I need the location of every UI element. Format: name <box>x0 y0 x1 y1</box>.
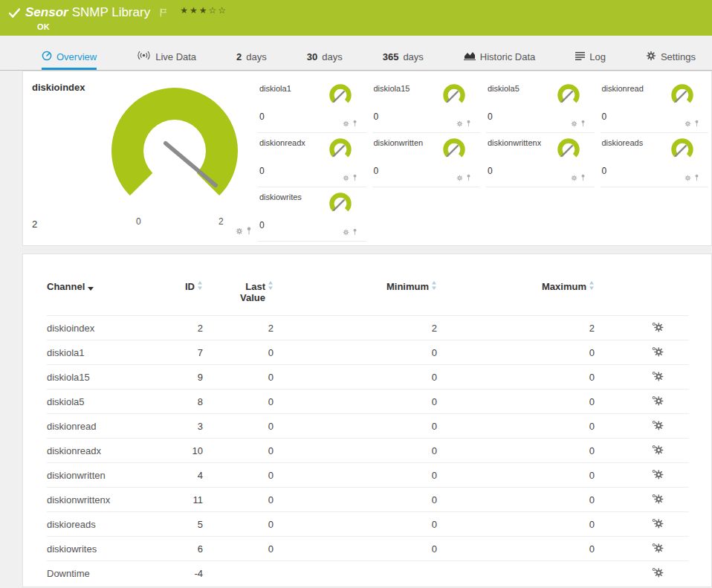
table-row[interactable]: diskioindex 2 2 2 2 <box>47 316 689 340</box>
tab-overview[interactable]: Overview <box>42 45 97 70</box>
gear-icon <box>646 51 656 63</box>
gauge-settings-gear-icon[interactable] <box>571 171 577 184</box>
table-row[interactable]: diskiola15 9 0 0 0 <box>47 365 689 390</box>
gauge-label: diskioindex <box>32 82 85 93</box>
table-row[interactable]: diskionreadx 10 0 0 0 <box>47 439 689 463</box>
channel-settings-gear-icon[interactable] <box>652 397 664 408</box>
small-gauge-cell[interactable]: diskiola15 0 <box>372 79 481 133</box>
tab-settings[interactable]: Settings <box>646 45 696 70</box>
gauge-settings-gear-icon[interactable] <box>343 117 349 130</box>
small-gauge-cell[interactable]: diskioreads 0 <box>601 133 709 187</box>
gauge-scale-min: 0 <box>136 216 141 227</box>
gauge-settings-gear-icon[interactable] <box>236 224 243 238</box>
channel-minimum: 0 <box>274 365 437 390</box>
channel-maximum: 0 <box>437 463 595 488</box>
channel-settings-gear-icon[interactable] <box>652 348 664 359</box>
gauge-pin-icon[interactable] <box>694 117 699 130</box>
small-gauge-cell[interactable]: diskionwrittenx 0 <box>486 133 595 187</box>
small-gauge-cell[interactable]: diskionread 0 <box>601 79 709 133</box>
gauge-pin-icon[interactable] <box>580 117 586 130</box>
channel-id: -4 <box>173 561 203 586</box>
table-row[interactable]: Downtime -4 <box>47 561 689 586</box>
gauge-settings-gear-icon[interactable] <box>343 225 349 239</box>
column-header-id[interactable]: ID <box>173 281 203 316</box>
gauge-settings-gear-icon[interactable] <box>343 171 349 184</box>
channel-name: diskiola1 <box>47 340 173 365</box>
gauge-settings-gear-icon[interactable] <box>685 171 691 184</box>
gauge-pin-icon[interactable] <box>580 171 586 184</box>
gauge-pin-icon[interactable] <box>466 171 471 184</box>
channel-minimum: 0 <box>274 439 437 463</box>
channel-last-value: 0 <box>203 463 274 488</box>
gauge-pin-icon[interactable] <box>352 117 357 130</box>
table-row[interactable]: diskiola5 8 0 0 0 <box>47 390 689 414</box>
table-row[interactable]: diskionread 3 0 0 0 <box>47 414 689 439</box>
gauge-pin-icon[interactable] <box>694 171 699 184</box>
table-row[interactable]: diskiowrites 6 0 0 0 <box>47 537 689 561</box>
channel-id: 9 <box>173 365 203 390</box>
sort-icon <box>431 281 437 292</box>
gauge-pin-icon[interactable] <box>246 224 252 238</box>
channel-last-value: 0 <box>203 537 274 561</box>
channel-name: diskiowrites <box>47 537 173 561</box>
channel-maximum <box>437 561 595 586</box>
gauge-value: 0 <box>259 220 265 230</box>
column-header-channel[interactable]: Channel <box>47 281 173 316</box>
table-row[interactable]: diskionwritten 4 0 0 0 <box>47 463 689 488</box>
gauge-dial-icon <box>553 82 584 109</box>
gauge-settings-gear-icon[interactable] <box>685 117 691 130</box>
small-gauge-cell[interactable]: diskionwritten 0 <box>372 133 481 187</box>
gauge-settings-gear-icon[interactable] <box>456 171 463 184</box>
gauge-dial-icon <box>325 190 356 217</box>
tab-log[interactable]: Log <box>575 45 606 70</box>
table-row[interactable]: diskionwrittenx 11 0 0 0 <box>47 488 689 512</box>
tab-30-days[interactable]: 30 days <box>307 45 343 70</box>
gauge-pin-icon[interactable] <box>352 171 357 184</box>
gauge-settings-gear-icon[interactable] <box>456 117 463 130</box>
channel-settings-gear-icon[interactable] <box>652 569 664 580</box>
channel-settings-gear-icon[interactable] <box>652 471 664 482</box>
small-gauges-grid: diskiola1 0 diskiola15 0 <box>258 79 708 242</box>
channel-last-value: 0 <box>203 488 274 512</box>
gauge-value: 0 <box>374 166 379 176</box>
tab-bar: Overview Live Data 2 days 30 days 365 da… <box>0 45 712 71</box>
channel-settings-gear-icon[interactable] <box>652 495 664 506</box>
small-gauge-cell[interactable]: diskiola1 0 <box>258 79 366 133</box>
channel-minimum: 0 <box>274 463 437 488</box>
gauge-pin-icon[interactable] <box>352 225 357 239</box>
tab-live-data[interactable]: Live Data <box>137 45 196 70</box>
chevron-down-icon <box>88 282 94 293</box>
tab-historic-data[interactable]: Historic Data <box>464 45 535 70</box>
channel-id: 2 <box>173 316 203 340</box>
channel-name: diskionwrittenx <box>47 488 173 512</box>
column-header-maximum[interactable]: Maximum <box>437 281 595 316</box>
channel-settings-gear-icon[interactable] <box>652 421 664 433</box>
channel-minimum: 0 <box>274 390 437 414</box>
small-gauge-cell[interactable]: diskiowrites 0 <box>258 187 366 242</box>
gauge-value: 0 <box>374 112 379 122</box>
main-gauge-diskioindex[interactable]: diskioindex 0 2 2 <box>23 71 255 245</box>
channel-settings-gear-icon[interactable] <box>652 446 664 457</box>
gauge-dial-icon <box>438 136 470 163</box>
channel-settings-gear-icon[interactable] <box>652 520 664 531</box>
tab-2-days[interactable]: 2 days <box>236 45 267 70</box>
table-row[interactable]: diskiola1 7 0 0 0 <box>47 340 689 365</box>
small-gauge-cell[interactable]: diskionreadx 0 <box>258 133 366 187</box>
gauge-settings-gear-icon[interactable] <box>571 117 577 130</box>
small-gauge-cell[interactable]: diskiola5 0 <box>486 79 595 133</box>
gauge-dial-icon <box>100 80 249 222</box>
column-header-minimum[interactable]: Minimum <box>274 281 437 316</box>
column-header-last-value[interactable]: Last Value <box>203 281 274 316</box>
channel-settings-gear-icon[interactable] <box>652 323 664 335</box>
channel-name: diskiola15 <box>47 365 173 390</box>
table-row[interactable]: diskioreads 5 0 0 0 <box>47 512 689 537</box>
gauge-pin-icon[interactable] <box>466 117 471 130</box>
channel-settings-gear-icon[interactable] <box>652 544 664 555</box>
channel-id: 6 <box>173 537 203 561</box>
sensor-type-label: Sensor <box>25 5 68 19</box>
tab-365-days[interactable]: 365 days <box>383 45 424 70</box>
channel-maximum: 0 <box>437 414 595 439</box>
channel-settings-gear-icon[interactable] <box>652 372 664 384</box>
priority-stars[interactable]: ★★★☆☆ <box>180 5 227 16</box>
flag-icon[interactable] <box>160 7 167 20</box>
